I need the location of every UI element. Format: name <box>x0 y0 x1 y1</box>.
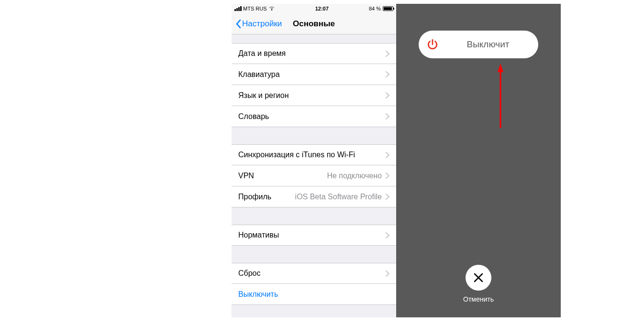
cell-language-region[interactable]: Язык и регион <box>232 85 396 106</box>
svg-marker-1 <box>498 64 503 72</box>
cancel-button[interactable] <box>466 265 491 291</box>
cell-label: Нормативы <box>238 231 279 239</box>
chevron-right-icon <box>386 152 389 158</box>
chevron-right-icon <box>386 92 389 98</box>
cell-regulatory[interactable]: Нормативы <box>232 225 396 246</box>
wifi-icon <box>268 6 275 11</box>
cell-date-time[interactable]: Дата и время <box>232 43 396 64</box>
poweroff-screen: Выключит Отменить <box>396 4 561 317</box>
cell-label: Дата и время <box>238 49 286 58</box>
slide-to-power-off[interactable]: Выключит <box>419 31 538 58</box>
chevron-right-icon <box>386 51 389 57</box>
battery-icon <box>383 6 393 11</box>
close-icon <box>473 272 484 283</box>
carrier-label: MTS RUS <box>243 6 267 11</box>
cell-shutdown[interactable]: Выключить <box>232 284 396 305</box>
cell-label: Язык и регион <box>238 91 289 100</box>
settings-list: Дата и время Клавиатура Язык и регион Сл… <box>232 34 396 317</box>
cell-label: Клавиатура <box>238 70 280 79</box>
cell-vpn[interactable]: VPN Не подключено <box>232 165 396 186</box>
battery-pct: 84 % <box>369 6 381 11</box>
slide-text: Выключит <box>419 39 538 50</box>
chevron-right-icon <box>386 194 389 200</box>
cell-label: Профиль <box>238 193 271 201</box>
page-title: Основные <box>232 19 396 29</box>
chevron-right-icon <box>386 113 389 119</box>
cell-detail: iOS Beta Software Profile <box>295 193 382 201</box>
signal-icon <box>234 6 242 11</box>
cell-label: Синхронизация с iTunes по Wi-Fi <box>238 151 355 159</box>
cell-label: Словарь <box>238 112 269 121</box>
settings-screen: MTS RUS 12:07 84 % Настройки Основные Да… <box>232 4 396 317</box>
cell-itunes-wifi-sync[interactable]: Синхронизация с iTunes по Wi-Fi <box>232 144 396 165</box>
cell-keyboard[interactable]: Клавиатура <box>232 64 396 85</box>
cell-detail: Не подключено <box>327 172 382 180</box>
cancel-label: Отменить <box>463 295 494 303</box>
status-bar: MTS RUS 12:07 84 % <box>232 4 396 13</box>
cell-label: Сброс <box>238 269 261 278</box>
chevron-right-icon <box>386 271 389 277</box>
chevron-right-icon <box>386 232 389 238</box>
status-time: 12:07 <box>315 6 329 11</box>
cell-reset[interactable]: Сброс <box>232 263 396 284</box>
cell-label: VPN <box>238 172 254 180</box>
cell-profile[interactable]: Профиль iOS Beta Software Profile <box>232 186 396 207</box>
arrow-annotation-icon <box>497 64 511 130</box>
cell-dictionary[interactable]: Словарь <box>232 106 396 127</box>
chevron-right-icon <box>386 71 389 77</box>
nav-bar: Настройки Основные <box>232 13 396 34</box>
chevron-right-icon <box>386 173 389 179</box>
cell-label: Выключить <box>238 290 278 299</box>
